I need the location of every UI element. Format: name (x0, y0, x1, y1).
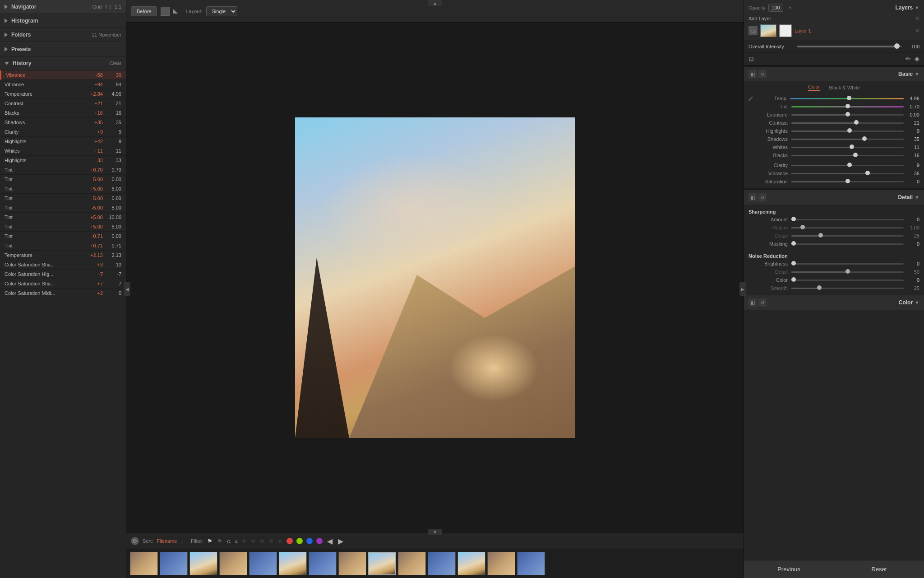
noise-brightness-thumb[interactable] (791, 261, 796, 266)
pen-icon[interactable]: ✏ (906, 55, 911, 62)
star1-icon[interactable]: ☆ (242, 538, 246, 544)
history-clear-button[interactable]: Clear (110, 61, 121, 66)
sharpening-radius-slider[interactable] (791, 227, 904, 228)
layers-chevron-icon[interactable]: ▼ (915, 5, 919, 10)
filmstrip-thumb[interactable] (130, 552, 158, 575)
basic-chevron-icon[interactable]: ▼ (915, 71, 919, 77)
sharpening-detail-thumb[interactable] (818, 233, 823, 238)
basic-reset-icon[interactable]: ↺ (758, 70, 767, 78)
reset-button[interactable]: Reset (834, 560, 924, 578)
filmstrip-gear-icon[interactable]: ⚙ (131, 537, 139, 545)
noise-brightness-slider[interactable] (791, 263, 904, 265)
temp-slider[interactable] (790, 98, 904, 99)
sharpening-detail-slider[interactable] (791, 235, 904, 237)
filmstrip-thumb[interactable] (487, 552, 515, 575)
bw-tab[interactable]: Black & White (829, 85, 859, 90)
history-item[interactable]: Blacks+1616 (0, 108, 126, 118)
tint-slider[interactable] (791, 106, 904, 107)
filmstrip-thumb[interactable] (517, 552, 545, 575)
navigator-header[interactable]: Navigator Grid Fit 1:1 (0, 0, 126, 14)
eyedropper-icon[interactable]: 🖉 (748, 96, 753, 101)
whites-slider[interactable] (791, 147, 904, 148)
history-item[interactable]: Tint+5.0010.00 (0, 213, 126, 222)
tint-thumb[interactable] (845, 104, 850, 108)
overall-intensity-slider[interactable] (797, 46, 902, 47)
filmstrip-prev-arrow[interactable]: ◀ (327, 537, 333, 545)
folders-header[interactable]: Folders 11 November (0, 28, 126, 42)
noise-color-slider[interactable] (791, 280, 904, 281)
navigator-ratio[interactable]: 1:1 (115, 4, 121, 9)
history-item[interactable]: Color Saturation Midt...+20 (0, 289, 126, 298)
clarity-thumb[interactable] (847, 163, 852, 167)
detail-section-header[interactable]: ◧ ↺ Detail ▼ (744, 190, 924, 205)
color-red-dot[interactable] (286, 538, 293, 544)
sharpening-amount-slider[interactable] (791, 219, 904, 220)
saturation-thumb[interactable] (845, 179, 850, 183)
blacks-thumb[interactable] (853, 153, 858, 157)
opacity-value[interactable]: 100 (768, 4, 783, 12)
history-toggle-icon[interactable] (5, 62, 9, 65)
exposure-slider[interactable] (791, 114, 904, 116)
color-reset-icon[interactable]: ↺ (758, 298, 767, 307)
history-item[interactable]: Tint-0.710.00 (0, 232, 126, 241)
clarity-slider[interactable] (791, 165, 904, 166)
sharpening-amount-thumb[interactable] (791, 217, 796, 221)
layer-close-icon[interactable]: ✕ (915, 28, 919, 34)
filmstrip-thumb[interactable] (189, 552, 217, 575)
before-button[interactable]: Before (131, 6, 157, 16)
filmstrip-thumb[interactable] (368, 552, 396, 575)
panel-bottom-arrow[interactable]: ▼ (428, 529, 442, 535)
history-item[interactable]: Shadows+3535 (0, 118, 126, 127)
view-triangle-icon[interactable] (173, 9, 178, 14)
noise-smooth-thumb[interactable] (817, 285, 822, 290)
color-purple-dot[interactable] (316, 538, 323, 544)
layout-select[interactable]: Single Split (206, 6, 237, 16)
filmstrip-thumb[interactable] (338, 552, 366, 575)
filmstrip-thumb[interactable] (457, 552, 485, 575)
detail-chevron-icon[interactable]: ▼ (915, 195, 919, 200)
filmstrip-thumb[interactable] (160, 552, 188, 575)
history-item[interactable]: Color Saturation Sha...+77 (0, 279, 126, 289)
star3-icon[interactable]: ☆ (260, 538, 264, 544)
history-item[interactable]: Tint-5.005.00 (0, 203, 126, 213)
panel-top-arrow[interactable]: ▲ (428, 0, 442, 6)
highlights-thumb[interactable] (847, 128, 852, 133)
history-item[interactable]: Color Saturation Sha...+310 (0, 260, 126, 270)
color-tab[interactable]: Color (808, 84, 820, 91)
history-item[interactable]: Contrast+2121 (0, 99, 126, 108)
overall-intensity-thumb[interactable] (894, 43, 900, 49)
history-item[interactable]: Tint+0.700.70 (0, 165, 126, 175)
star2-icon[interactable]: ☆ (251, 538, 255, 544)
history-item[interactable]: Tint+5.005.00 (0, 222, 126, 232)
navigator-fit[interactable]: Fit (105, 4, 111, 9)
basic-section-header[interactable]: ◧ ↺ Basic ▼ (744, 67, 924, 81)
view-square-icon[interactable] (161, 7, 170, 16)
whites-thumb[interactable] (850, 144, 854, 149)
color-green-dot[interactable] (296, 538, 303, 544)
flag3-icon[interactable]: ⎌ (227, 538, 231, 545)
exposure-thumb[interactable] (845, 112, 850, 117)
history-item[interactable]: Vibrance+9494 (0, 80, 126, 89)
sharpening-masking-thumb[interactable] (791, 241, 796, 246)
color-section-stub[interactable]: ◧ ↺ Color ▼ (744, 295, 924, 310)
history-item[interactable]: Temperature+2.844.96 (0, 89, 126, 99)
history-item[interactable]: Highlights+429 (0, 137, 126, 146)
noise-color-thumb[interactable] (791, 277, 796, 282)
highlights-slider[interactable] (791, 131, 904, 132)
previous-button[interactable]: Previous (744, 560, 834, 578)
add-layer-close-icon[interactable]: ✕ (915, 15, 919, 22)
presets-header[interactable]: Presets (0, 42, 126, 56)
sharpening-radius-thumb[interactable] (800, 225, 805, 229)
filmstrip-thumb[interactable] (249, 552, 277, 575)
color-section-chevron[interactable]: ▼ (915, 300, 919, 305)
histogram-header[interactable]: Histogram (0, 14, 126, 28)
blacks-slider[interactable] (791, 155, 904, 156)
filmstrip-next-arrow[interactable]: ▶ (338, 537, 343, 545)
shadows-slider[interactable] (791, 139, 904, 140)
vibrance-slider[interactable] (791, 173, 904, 174)
crop-icon[interactable]: ⊡ (748, 55, 754, 62)
shadows-thumb[interactable] (862, 136, 867, 141)
eraser-icon[interactable]: ◈ (915, 55, 919, 62)
flag2-icon[interactable]: ⚑ (217, 538, 222, 545)
filmstrip-thumb[interactable] (219, 552, 247, 575)
